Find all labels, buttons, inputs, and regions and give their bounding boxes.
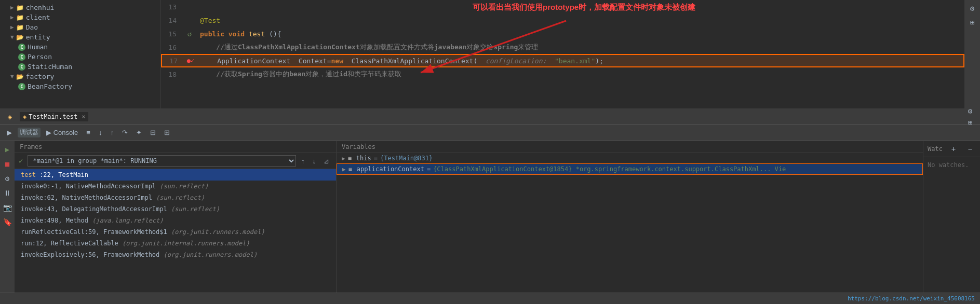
- tree-item-statichuman[interactable]: C StaticHuman: [0, 62, 160, 72]
- tree-label: factory: [26, 73, 55, 80]
- frame-item-7[interactable]: run:12, ReflectiveCallable (org.junit.in…: [15, 238, 336, 249]
- frame-item-2[interactable]: invoke0:-1, NativeMethodAccessorImpl (su…: [15, 181, 336, 192]
- evaluate-button[interactable]: ✦: [133, 127, 144, 138]
- debugger-label[interactable]: 调试器: [18, 128, 41, 137]
- run-to-cursor-button[interactable]: ↷: [119, 127, 130, 138]
- frame-up-button[interactable]: ↑: [299, 156, 307, 167]
- expand-arrow: ▶: [10, 14, 14, 21]
- step-over-button[interactable]: ≡: [84, 127, 93, 138]
- frame-text: invoke0:-1, NativeMethodAccessorImpl (su…: [21, 183, 208, 190]
- main-container: ▶ 📁 chenhui ▶ 📁 client ▶ 📁 Dao ▼ 📂 entit…: [0, 0, 980, 304]
- tree-label: Human: [28, 43, 48, 51]
- frame-item-4[interactable]: invoke:43, DelegatingMethodAccessorImpl …: [15, 203, 336, 215]
- frame-item-selected[interactable]: test :22, TestMain: [15, 169, 336, 181]
- var-expand-arrow: ▶: [342, 155, 345, 162]
- expand-arrow-entity: ▼: [10, 34, 14, 40]
- watches-add-icon[interactable]: +: [948, 143, 959, 155]
- console-button[interactable]: ▶ Console: [44, 127, 80, 138]
- line-content-comment: //通过ClassPathXmlApplicationContext对象加载配置…: [197, 43, 964, 52]
- frame-location: :22, TestMain: [39, 171, 88, 178]
- comment-text2: //获取Spring容器中的bean对象，通过id和类字节码来获取: [200, 70, 401, 78]
- tree-item-person[interactable]: C Person: [0, 52, 160, 62]
- tree-label: BeanFactory: [28, 82, 72, 90]
- tree-item-beanfactory[interactable]: C BeanFactory: [0, 81, 160, 91]
- step-out-button[interactable]: ↑: [108, 127, 116, 138]
- variables-panel: Variables ▶ ≡ this = {TestMain@831} ▶ ≡ …: [337, 141, 923, 293]
- var-equals: =: [374, 155, 378, 162]
- line-content: public void test (){: [197, 30, 964, 38]
- status-url[interactable]: https://blog.csdn.net/weixin_45608165: [848, 295, 975, 302]
- watches-header: Watc + −: [923, 141, 980, 157]
- frame-item-5[interactable]: invoke:498, Method (java.lang.reflect): [15, 215, 336, 226]
- tree-item-dao[interactable]: ▶ 📁 Dao: [0, 22, 160, 32]
- close-tab-icon[interactable]: ×: [82, 113, 85, 120]
- camera-side-icon[interactable]: 📷: [2, 202, 13, 213]
- debug-tab-testmain[interactable]: ◈ TestMain.test ×: [20, 112, 88, 121]
- tree-item-factory[interactable]: ▼ 📂 factory: [0, 72, 160, 81]
- var-name-appcontext: applicationContext: [357, 165, 424, 173]
- frame-filter-button[interactable]: ⊿: [321, 156, 332, 167]
- watches-minus-icon[interactable]: −: [964, 143, 976, 155]
- frame-select[interactable]: *main*@1 in group *main*: RUNNING: [28, 155, 296, 167]
- step-into-button[interactable]: ↓: [96, 127, 105, 138]
- tree-item-entity[interactable]: ▼ 📂 entity: [0, 32, 160, 42]
- code-section: ▶ 📁 chenhui ▶ 📁 client ▶ 📁 Dao ▼ 📂 entit…: [0, 0, 980, 109]
- settings-side-icon[interactable]: ⚙: [2, 173, 13, 184]
- debug-section: ◈ ◈ TestMain.test × ⚙ ⊞ ▶ 调试器 ▶ Console …: [0, 109, 980, 293]
- check-icon: ✓: [19, 157, 23, 165]
- class-icon: C: [18, 63, 25, 71]
- frame-down-button[interactable]: ↓: [310, 156, 319, 167]
- class-icon: C: [18, 44, 25, 51]
- expand-arrow: ▶: [10, 24, 14, 31]
- var-item-this[interactable]: ▶ ≡ this = {TestMain@831}: [337, 153, 923, 163]
- folder-icon: 📁: [16, 24, 24, 31]
- frames-button[interactable]: ⊟: [147, 127, 158, 138]
- frame-text: invoke:62, NativeMethodAccessorImpl (sun…: [21, 194, 205, 201]
- frame-text: invoke:43, DelegatingMethodAccessorImpl …: [21, 205, 220, 213]
- class-icon: C: [18, 83, 25, 90]
- code-line-15: 15 ↺ public void test (){: [161, 27, 964, 40]
- line-gutter: ●✓: [183, 57, 198, 64]
- pause-side-icon[interactable]: ⏸: [2, 187, 13, 199]
- frame-item-3[interactable]: invoke:62, NativeMethodAccessorImpl (sun…: [15, 192, 336, 203]
- var-item-appcontext[interactable]: ▶ ≡ applicationContext = {ClassPathXmlAp…: [337, 163, 923, 175]
- folder-icon: 📂: [16, 73, 24, 80]
- right-side-icons: ⚙ ⊞: [964, 0, 980, 108]
- line-number: 16: [161, 44, 182, 51]
- var-name-this: this: [356, 155, 371, 162]
- frame-item-8[interactable]: invokeExplosively:56, FrameworkMethod (o…: [15, 249, 336, 260]
- stop-side-icon[interactable]: ■: [2, 158, 13, 170]
- settings-icon[interactable]: ⚙: [966, 3, 978, 14]
- keyword-void: void: [229, 30, 245, 38]
- var-equals2: =: [427, 165, 431, 173]
- annotation-text: @Test: [200, 17, 220, 24]
- resume-button[interactable]: ▶: [4, 127, 15, 138]
- layout-icon[interactable]: ⊞: [966, 17, 978, 28]
- frame-text: invokeExplosively:56, FrameworkMethod (o…: [21, 251, 257, 258]
- resume-side-icon[interactable]: ▶: [2, 144, 13, 155]
- line-content-annotation: @Test: [197, 17, 964, 24]
- code-line-13: 13: [161, 0, 964, 13]
- thread-button[interactable]: ⊞: [162, 127, 172, 138]
- expand-arrow-factory: ▼: [10, 73, 14, 80]
- code-editor[interactable]: 13 14 @Test 15 ↺ public: [161, 0, 964, 108]
- bookmark-side-icon[interactable]: 🔖: [2, 216, 13, 228]
- watches-panel: Watc + − No watches.: [923, 141, 980, 293]
- folder-icon: 📁: [16, 4, 24, 11]
- tree-item-chenhui[interactable]: ▶ 📁 chenhui: [0, 3, 160, 12]
- frame-item-6[interactable]: runReflectiveCall:59, FrameworkMethod$1 …: [15, 226, 336, 238]
- line-number: 18: [161, 71, 182, 78]
- line-content-comment2: //获取Spring容器中的bean对象，通过id和类字节码来获取: [197, 70, 964, 79]
- debug-tab-label: TestMain.test: [29, 113, 77, 120]
- var-value-this: {TestMain@831}: [380, 155, 433, 162]
- folder-icon: 📁: [16, 14, 24, 21]
- frames-dropdown[interactable]: ✓ *main*@1 in group *main*: RUNNING ↑ ↓ …: [15, 153, 336, 169]
- tree-item-human[interactable]: C Human: [0, 42, 160, 52]
- tree-label: chenhui: [26, 4, 55, 11]
- var-equals-icon2: ≡: [348, 165, 352, 173]
- tree-label: Dao: [26, 23, 38, 31]
- tree-item-client[interactable]: ▶ 📁 client: [0, 12, 160, 22]
- debug-settings-icon[interactable]: ◈: [4, 111, 16, 122]
- code-line-14: 14 @Test: [161, 13, 964, 27]
- line-content-highlighted: ApplicationContext Context=new ClassPath…: [198, 57, 963, 65]
